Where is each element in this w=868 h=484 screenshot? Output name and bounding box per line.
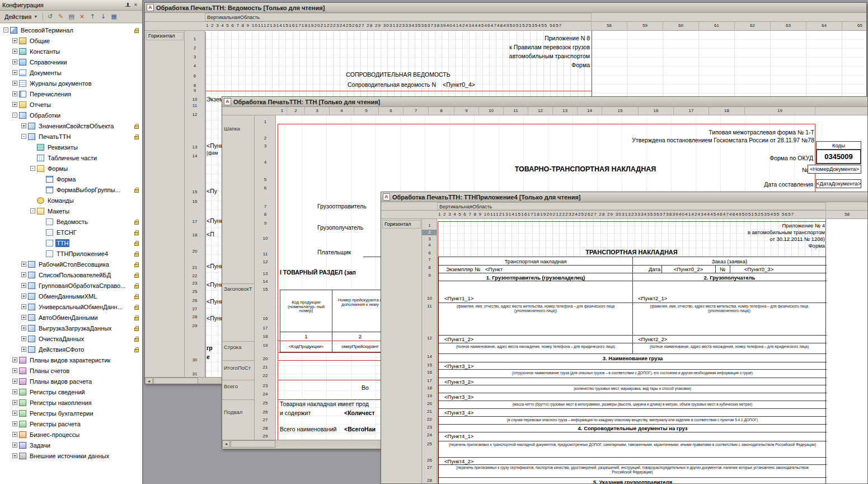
section-name[interactable]: ИтогоПоСт [224,365,251,371]
collapse-icon[interactable]: - [30,166,35,171]
expand-icon[interactable]: + [21,336,26,341]
tree-item-registry-nakopleniya[interactable]: +Регистры накопления [0,397,142,408]
row-header[interactable]: 15 [422,362,437,368]
row-header[interactable]: 18 [255,334,276,339]
tree-item-avto-obmen[interactable]: +АвтоОбменДанными [0,312,142,323]
row-header[interactable]: 3 [255,143,276,149]
scrollbar-thumb[interactable] [153,378,198,384]
area-name-header[interactable]: ВертикальнаяОбласть [145,13,867,22]
row-header[interactable]: 6 [185,73,205,79]
move-down-button[interactable]: ↓ [98,12,108,21]
column-header[interactable]: 17 [674,107,709,115]
row-header[interactable]: 24 [255,392,276,397]
row-header[interactable]: 13 [185,145,205,150]
column-header[interactable]: 63 [771,22,806,30]
vertical-area-span[interactable]: ВертикальнаяОбласть [437,202,826,210]
column-header-row[interactable]: 1 2 3 4 5 6 7 8 9 10 11 12 13 14 15 16 1… [222,107,868,115]
horizontal-area-gutter[interactable]: Горизонтал [145,31,185,377]
column-header[interactable]: 1 2 3 4 5 6 7 8 9 1011121314151617181920… [205,22,592,30]
column-header[interactable]: 12 [528,107,553,115]
row-header[interactable]: 22 [255,373,276,379]
pin-icon[interactable] [123,1,132,9]
tree-item-ttn-prilozhenie4[interactable]: ТТНПриложение4 [0,248,142,259]
row-header[interactable]: 1 [185,36,205,42]
row-header[interactable]: 15 [255,287,276,292]
expand-icon[interactable]: + [21,294,26,299]
expand-icon[interactable]: + [12,102,17,107]
tree-item-dokumenty[interactable]: +Документы [0,67,142,78]
scroll-left-icon[interactable]: ◄ [145,378,153,384]
window-titlebar[interactable]: A Обработка ПечатьТТН: Ведомость [Только… [145,3,866,13]
expand-icon[interactable]: + [12,421,17,426]
row-header[interactable]: 5 [255,177,276,183]
refresh-button[interactable]: ↺ [45,12,55,21]
tree-item-etsng[interactable]: ЕТСНГ [0,227,142,238]
tree-item-universalny-obmen[interactable]: +УниверсальныйОбменДанн... [0,301,142,312]
row-header[interactable]: 14 [185,153,205,159]
tree-item-konstanty[interactable]: +Константы [0,46,142,57]
section-name[interactable]: Шапка [224,125,240,132]
row-header[interactable]: 26 [185,298,205,304]
horizontal-area-gutter[interactable]: Горизонтал [381,219,422,484]
row-header[interactable]: 25 [255,401,276,406]
spreadsheet-icon[interactable]: A [147,4,154,11]
column-header-row[interactable]: 1 2 3 4 5 6 7 8 9 1011121314151617181920… [381,211,868,219]
row-header[interactable]: 18 [422,385,437,391]
row-header[interactable]: 16 [422,370,437,375]
row-header[interactable]: 17 [255,325,276,331]
row-header[interactable]: 2 [255,136,276,141]
grid-button[interactable]: ▦ [109,12,119,21]
tree-item-spisok-polzovateley[interactable]: +СписокПользователейБД [0,269,142,280]
row-header[interactable]: 12 [185,112,205,118]
column-header[interactable]: 15 [602,107,639,115]
tree-item-zadachi[interactable]: +Задачи [0,440,142,450]
column-header[interactable]: 14 [578,107,602,115]
tree-item-ochistka-dannyh[interactable]: +ОчисткаДанных [0,333,142,344]
row-header[interactable]: 20 [185,249,205,254]
column-header[interactable]: 65 [842,22,867,30]
row-header[interactable]: 12 [255,259,276,265]
row-header[interactable]: 21 [422,409,437,415]
row-header[interactable]: 8 [255,212,276,217]
column-header[interactable]: 58 [826,211,868,218]
row-header[interactable]: 9 [255,221,276,226]
row-header[interactable]: 25 [422,441,437,447]
row-header[interactable]: 8 [422,265,437,271]
expand-icon[interactable]: + [21,325,26,331]
row-header[interactable]: 10 [185,97,205,103]
tree-item-registry-rascheta[interactable]: +Регистры расчета [0,418,142,429]
tree-item-pechat-ttn[interactable]: -ПечатьТТН [0,131,142,142]
delete-button[interactable]: × [77,12,87,21]
tree-item-perechisleniya[interactable]: +Перечисления [0,89,142,99]
expand-icon[interactable]: + [12,38,17,43]
row-header[interactable]: 31 [185,371,205,377]
column-header[interactable]: 59 [627,22,663,30]
row-header[interactable]: 6 [255,185,276,191]
section-name[interactable]: Всего [224,383,238,389]
row-header[interactable]: 14 [255,279,276,285]
column-header[interactable]: 5 [354,107,379,115]
row-header[interactable]: 1 [422,223,437,229]
row-header[interactable]: 13 [255,271,276,277]
row-header[interactable]: 10 [422,296,437,301]
row-header[interactable]: 15 [185,189,205,195]
expand-icon[interactable]: + [12,411,17,416]
expand-icon[interactable]: + [21,123,26,128]
row-header[interactable]: 19 [255,343,276,348]
spreadsheet-icon[interactable]: A [383,193,390,201]
tree-item-plany-schetov[interactable]: +Планы счетов [0,365,142,376]
window-titlebar[interactable]: A Обработка ПечатьТТН: ТТНПриложение4 [Т… [381,192,867,202]
tree-item-vedomost[interactable]: Ведомость [0,216,142,227]
row-header[interactable]: 23 [255,383,276,389]
spreadsheet-grid[interactable] [826,219,868,484]
row-header[interactable]: 16 [185,199,205,204]
row-header[interactable]: 23 [185,281,205,286]
row-header[interactable]: 9 [185,88,205,94]
tree-item-makety[interactable]: -Макеты [0,206,142,216]
row-header[interactable]: 2 [422,230,437,235]
tree-item-rekvizity[interactable]: Реквизиты [0,142,142,152]
tree-item-tablichnye-chasti[interactable]: Табличные части [0,152,142,163]
column-header[interactable]: 10 [479,107,504,115]
column-header[interactable]: 60 [663,22,699,30]
row-header[interactable]: 3 [422,236,437,242]
